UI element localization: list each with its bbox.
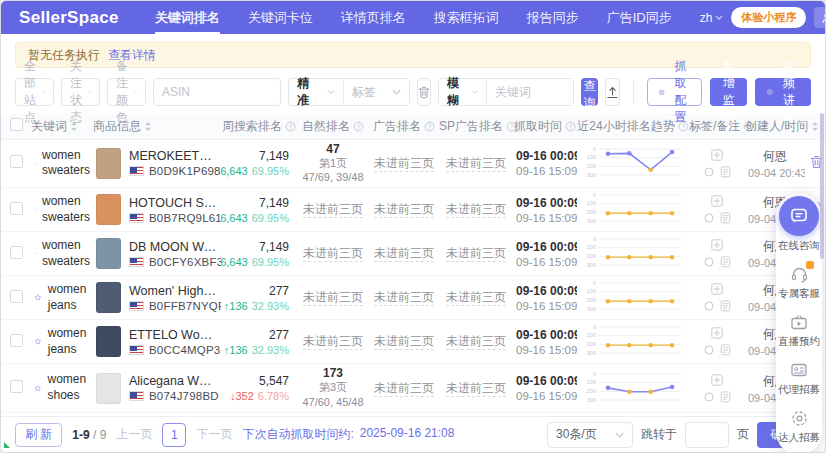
cell-creator: 何恩09-04 20:43 [745, 139, 805, 188]
note-icon[interactable] [720, 166, 731, 178]
product-asin[interactable]: B0CC4MQP3F [149, 344, 221, 356]
row-checkbox[interactable] [10, 246, 23, 259]
note-icon[interactable] [720, 212, 731, 224]
add-tag-icon[interactable] [711, 149, 723, 161]
export-button[interactable] [605, 78, 620, 106]
column-label: 抓取时间 [514, 118, 562, 135]
account-button[interactable] [814, 7, 826, 28]
crawl-time-first: 09-16 00:09 [516, 240, 574, 254]
add-tag-icon[interactable] [711, 195, 723, 207]
nav-item-详情页排名[interactable]: 详情页排名 [341, 1, 406, 34]
current-page-button[interactable]: 1 [162, 423, 186, 447]
note-icon[interactable] [720, 391, 731, 403]
refresh-button[interactable]: 刷 新 [15, 423, 62, 447]
color-mark-icon[interactable] [704, 257, 714, 267]
chevron-down-icon [42, 89, 45, 95]
product-title[interactable]: Alicegana Women... [129, 374, 218, 388]
color-mark-icon[interactable] [704, 301, 714, 311]
sort-icon[interactable] [70, 121, 78, 132]
online-consult-fab[interactable] [779, 196, 819, 236]
nav-item-报告同步[interactable]: 报告同步 [527, 1, 579, 34]
tag-select[interactable]: 标签 [344, 79, 409, 105]
cell-tags [689, 232, 745, 276]
svg-text:0: 0 [593, 192, 596, 198]
rank-trend-sparkline: 0100200300 [581, 190, 685, 226]
note-icon[interactable] [720, 256, 731, 268]
exact-match-select[interactable]: 精准 [289, 79, 343, 105]
color-mark-icon[interactable] [704, 213, 714, 223]
color-mark-icon[interactable] [704, 392, 714, 402]
crawl-config-button[interactable]: 抓取配置 [647, 78, 702, 106]
site-select[interactable]: 全部站点 [15, 78, 54, 106]
sort-icon[interactable] [144, 121, 152, 132]
clear-filter-button[interactable] [417, 78, 431, 106]
column-header-product-info[interactable]: 商品信息 [93, 114, 221, 139]
product-title[interactable]: MEROKEETY Wo... [129, 149, 218, 163]
add-tag-icon[interactable] [711, 283, 723, 295]
add-monitor-button[interactable]: 新增监控 [710, 78, 747, 106]
product-asin[interactable]: B0FFB7NYQP [149, 300, 221, 312]
favorite-star-icon[interactable] [34, 335, 42, 348]
row-checkbox[interactable] [10, 334, 23, 347]
float-item-专属客服[interactable] [790, 264, 809, 284]
note-icon[interactable] [720, 300, 731, 312]
cell-keyword: women jeans [31, 276, 93, 320]
row-checkbox[interactable] [10, 155, 23, 168]
note-icon[interactable] [720, 344, 731, 356]
float-item-代理招募[interactable] [790, 360, 808, 380]
nav-item-广告ID同步[interactable]: 广告ID同步 [607, 1, 672, 34]
add-tag-icon[interactable] [711, 239, 723, 251]
favorite-star-icon[interactable] [34, 291, 42, 304]
product-title[interactable]: ETTELO Women J... [129, 328, 218, 342]
vertical-scrollbar[interactable] [820, 113, 824, 259]
language-selector[interactable]: zh [700, 11, 724, 25]
product-asin[interactable]: B074J798BD [149, 390, 219, 402]
page-size-select[interactable]: 30条/页 [547, 422, 633, 448]
favorite-star-icon[interactable] [34, 157, 36, 170]
nav-item-搜索框拓词[interactable]: 搜索框拓词 [434, 1, 499, 34]
product-asin[interactable]: B0D9K1P698 [149, 165, 221, 177]
product-title[interactable]: DB MOON Wome... [129, 240, 218, 254]
product-title[interactable]: HOTOUCH Sweat... [129, 196, 218, 210]
next-page-button[interactable]: 下一页 [196, 426, 232, 443]
color-mark-icon[interactable] [704, 345, 714, 355]
note-color-select[interactable]: 备注颜色 [107, 78, 146, 106]
product-title[interactable]: Women' High Wai... [129, 284, 218, 298]
chat-bubble-icon [789, 206, 809, 226]
favorite-star-icon[interactable] [34, 247, 36, 260]
favorite-star-icon[interactable] [34, 203, 36, 216]
favorite-star-icon[interactable] [34, 382, 41, 395]
row-checkbox[interactable] [10, 202, 23, 215]
crawl-time-last: 09-16 15:09 [516, 390, 574, 402]
keyword-text: women jeans [48, 326, 90, 357]
prev-page-button[interactable]: 上一页 [116, 426, 152, 443]
color-mark-icon[interactable] [704, 167, 714, 177]
cell-organic-rank: 未进前三页 [297, 320, 369, 364]
follow-status-select[interactable]: 关注状态 [61, 78, 100, 106]
float-item-直播预约[interactable] [790, 312, 808, 332]
week-rank-pct: 6.78% [258, 390, 289, 402]
column-header-creator-time[interactable]: 创建人/时间 [745, 114, 805, 139]
product-asin[interactable]: B0B7RQ9L61 [149, 212, 221, 224]
select-all-checkbox[interactable] [10, 118, 23, 131]
fuzzy-match-select[interactable]: 模糊 [439, 79, 486, 105]
cell-crawl-time: 09-16 00:0909-16 15:09 [513, 364, 577, 413]
column-label: 创建人/时间 [745, 118, 808, 135]
mini-program-button[interactable]: 体验小程序 [731, 7, 806, 28]
jump-page-input[interactable] [685, 422, 729, 448]
asin-input[interactable] [153, 78, 281, 106]
product-asin[interactable]: B0CFY6XBF3 [149, 256, 221, 268]
search-button[interactable]: 查 询 [581, 78, 598, 106]
nav-item-关键词排名[interactable]: 关键词排名 [155, 1, 220, 34]
ad-rank-miss: 未进前三页 [374, 381, 434, 397]
row-checkbox[interactable] [10, 380, 23, 393]
keyword-input[interactable] [487, 79, 573, 105]
nav-item-关键词卡位[interactable]: 关键词卡位 [248, 1, 313, 34]
video-guide-button[interactable]: 视频讲解 [755, 78, 811, 106]
row-checkbox[interactable] [10, 290, 23, 303]
float-item-达人招募[interactable] [791, 408, 808, 428]
week-rank-delta: ↑136 [224, 300, 248, 312]
sort-icon[interactable] [811, 121, 819, 132]
add-tag-icon[interactable] [711, 374, 723, 386]
add-tag-icon[interactable] [711, 327, 723, 339]
